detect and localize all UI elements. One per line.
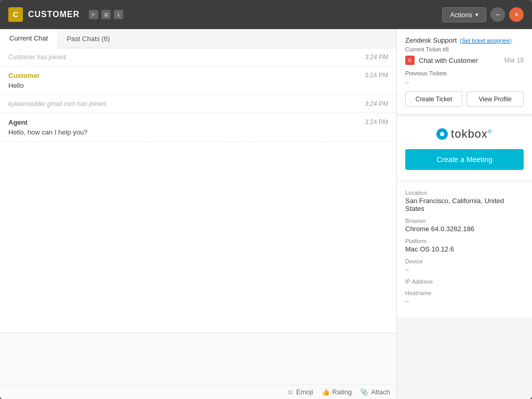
ticket-name: Chat with Customer xyxy=(419,57,500,64)
msg-header-agent: Agent 3:24 PM xyxy=(8,118,388,126)
ticket-date: Mar 19 xyxy=(504,57,524,64)
platform-row: Platform Mac OS 10.12.6 xyxy=(405,238,524,253)
system-text-2: kyleamoulder gmail.com has joined. xyxy=(8,100,108,108)
title-bar-right: Actions − × xyxy=(442,7,524,22)
chat-area: Current Chat Past Chats (6) Customer has… xyxy=(0,29,397,399)
tokbox-section: tokbox® Create a Meeting xyxy=(397,117,532,180)
chat-input-area[interactable] xyxy=(0,332,396,384)
customer-sender: Customer xyxy=(8,72,40,79)
actions-button[interactable]: Actions xyxy=(442,7,486,22)
ticket-actions: Create Ticket View Profile xyxy=(405,91,524,107)
rating-icon: 👍 xyxy=(322,388,330,396)
agent-text: Hello, how can I help you? xyxy=(8,128,87,136)
attach-label: Attach xyxy=(371,388,390,396)
attach-icon: 📎 xyxy=(360,388,368,396)
view-profile-button[interactable]: View Profile xyxy=(467,91,524,107)
platform-value: Mac OS 10.12.6 xyxy=(405,245,524,253)
zendesk-header: Zendesk Support (Set ticket assignee) xyxy=(405,36,524,44)
customer-time: 3:24 PM xyxy=(365,72,388,79)
set-assignee-link[interactable]: (Set ticket assignee) xyxy=(460,37,512,44)
platform-label: Platform xyxy=(405,238,524,244)
msg-header-customer: Customer 3:24 PM xyxy=(8,72,388,79)
chat-messages: Customer has joined. 3:24 PM Customer 3:… xyxy=(0,48,396,332)
agent-sender: Agent xyxy=(8,118,28,126)
browser-label: Browser xyxy=(405,218,524,224)
customer-message-1: Customer 3:24 PM Hello xyxy=(0,66,396,95)
location-value: San Francisco, California, United States xyxy=(405,197,524,212)
emoji-icon: ☺ xyxy=(287,388,294,396)
tokbox-reg: ® xyxy=(488,128,493,135)
customer-text: Hello xyxy=(8,82,24,89)
zendesk-section: Zendesk Support (Set ticket assignee) Cu… xyxy=(397,29,532,115)
prev-tickets-dash: – xyxy=(405,78,524,86)
browser-row: Browser Chrome 64.0.3282.186 xyxy=(405,218,524,233)
emoji-button[interactable]: ☺ Emoji xyxy=(287,388,313,396)
tokbox-name: tokbox® xyxy=(451,127,493,141)
system-message-1: Customer has joined. 3:24 PM xyxy=(0,48,396,66)
zendesk-title: Zendesk Support xyxy=(405,36,457,44)
main-content: Current Chat Past Chats (6) Customer has… xyxy=(0,29,532,399)
system-message-2: kyleamoulder gmail.com has joined. 3:24 … xyxy=(0,95,396,113)
chat-tabs: Current Chat Past Chats (6) xyxy=(0,29,396,48)
ip-row: IP Address xyxy=(405,278,524,285)
device-row: Device – xyxy=(405,258,524,273)
customer-avatar: C xyxy=(8,7,23,22)
agent-time: 3:24 PM xyxy=(365,118,388,126)
tokbox-logo: tokbox® xyxy=(436,127,493,141)
location-label: Location xyxy=(405,190,524,196)
title-bar-left: C CUSTOMER 🏳 🖥 ℹ xyxy=(8,7,442,22)
tokbox-dot-icon xyxy=(436,128,448,140)
system-text-1: Customer has joined. xyxy=(8,54,67,61)
attach-button[interactable]: 📎 Attach xyxy=(360,388,390,396)
prev-tickets-label: Previous Tickets xyxy=(405,70,524,76)
ticket-item: C Chat with Customer Mar 19 xyxy=(405,56,524,65)
close-button[interactable]: × xyxy=(509,7,524,22)
chat-toolbar: ☺ Emoji 👍 Rating 📎 Attach xyxy=(0,384,396,399)
rating-label: Rating xyxy=(332,388,352,396)
create-ticket-button[interactable]: Create Ticket xyxy=(405,91,462,107)
info-section: Location San Francisco, California, Unit… xyxy=(397,182,532,317)
info-icon: ℹ xyxy=(114,10,123,19)
ip-label: IP Address xyxy=(405,278,524,285)
device-label: Device xyxy=(405,258,524,264)
rating-button[interactable]: 👍 Rating xyxy=(322,388,352,396)
screen-icon: 🖥 xyxy=(101,10,111,19)
hostname-label: Hostname xyxy=(405,290,524,296)
create-meeting-button[interactable]: Create a Meeting xyxy=(405,149,524,170)
emoji-label: Emoji xyxy=(296,388,313,396)
hostname-value: – xyxy=(405,297,524,305)
tab-current-chat[interactable]: Current Chat xyxy=(0,29,57,48)
browser-value: Chrome 64.0.3282.186 xyxy=(405,225,524,233)
title-bar-icons: 🏳 🖥 ℹ xyxy=(89,10,123,19)
app-window: C CUSTOMER 🏳 🖥 ℹ Actions − × Current Cha… xyxy=(0,0,532,399)
system-time-1: 3:24 PM xyxy=(365,54,388,61)
customer-name: CUSTOMER xyxy=(28,10,79,19)
device-value: – xyxy=(405,265,524,273)
minimize-button[interactable]: − xyxy=(490,7,505,22)
system-time-2: 3:24 PM xyxy=(365,100,388,108)
hostname-row: Hostname – xyxy=(405,290,524,305)
title-bar: C CUSTOMER 🏳 🖥 ℹ Actions − × xyxy=(0,0,532,29)
right-panel: Zendesk Support (Set ticket assignee) Cu… xyxy=(397,29,532,399)
agent-message-1: Agent 3:24 PM Hello, how can I help you? xyxy=(0,113,396,142)
current-ticket-label: Current Ticket #8 xyxy=(405,46,524,52)
tab-past-chats[interactable]: Past Chats (6) xyxy=(57,29,119,48)
flag-icon: 🏳 xyxy=(89,10,98,19)
ticket-icon: C xyxy=(405,56,415,65)
location-row: Location San Francisco, California, Unit… xyxy=(405,190,524,212)
